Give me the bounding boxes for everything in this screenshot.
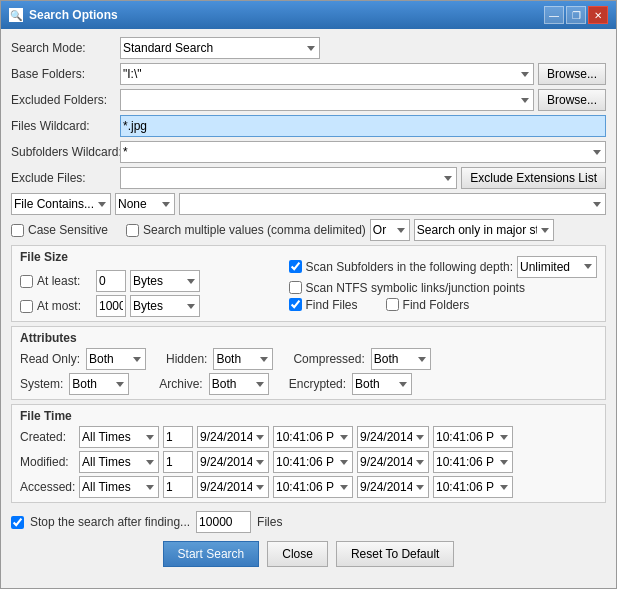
- accessed-time2-select[interactable]: 10:41:06 P: [433, 476, 513, 498]
- hidden-label: Hidden:: [166, 352, 207, 366]
- subfolders-wildcard-select[interactable]: *: [120, 141, 606, 163]
- accessed-row: Accessed: All Times 9/24/2014 10:41:06 P…: [20, 476, 597, 498]
- case-sensitive-label: Case Sensitive: [28, 223, 108, 237]
- attributes-row2: System: Both Archive: Both Encrypted: Bo…: [20, 373, 597, 395]
- find-folders-checkbox[interactable]: [386, 298, 399, 311]
- modified-time1-select[interactable]: 10:41:06 P: [273, 451, 353, 473]
- read-only-select[interactable]: Both: [86, 348, 146, 370]
- created-time1-select[interactable]: 10:41:06 P: [273, 426, 353, 448]
- case-sensitive-checkbox[interactable]: [11, 224, 24, 237]
- exclude-files-select[interactable]: [120, 167, 457, 189]
- search-mode-label: Search Mode:: [11, 41, 116, 55]
- modified-label: Modified:: [20, 455, 75, 469]
- or-select[interactable]: Or: [370, 219, 410, 241]
- scan-subfolders-row: Scan Subfolders in the following depth: …: [289, 256, 597, 278]
- at-most-checkbox[interactable]: [20, 300, 33, 313]
- modified-num[interactable]: [163, 451, 193, 473]
- action-buttons-row: Start Search Close Reset To Default: [11, 541, 606, 567]
- base-folders-browse-button[interactable]: Browse...: [538, 63, 606, 85]
- excluded-folders-browse-button[interactable]: Browse...: [538, 89, 606, 111]
- at-most-unit-select[interactable]: Bytes: [130, 295, 200, 317]
- at-least-input[interactable]: [96, 270, 126, 292]
- major-stream-select[interactable]: Search only in major stre...: [414, 219, 554, 241]
- stop-count-input[interactable]: [196, 511, 251, 533]
- compressed-select[interactable]: Both: [371, 348, 431, 370]
- find-files-label: Find Files: [306, 298, 358, 312]
- search-multiple-checkbox[interactable]: [126, 224, 139, 237]
- encrypted-select[interactable]: Both: [352, 373, 412, 395]
- at-least-unit-select[interactable]: Bytes: [130, 270, 200, 292]
- stop-search-row: Stop the search after finding... Files: [11, 511, 606, 533]
- minimize-button[interactable]: —: [544, 6, 564, 24]
- files-wildcard-select[interactable]: *.jpg: [120, 115, 606, 137]
- file-contains-select[interactable]: File Contains...: [11, 193, 111, 215]
- search-options-window: 🔍 Search Options — ❐ ✕ Search Mode: Stan…: [0, 0, 617, 589]
- compressed-label: Compressed:: [293, 352, 364, 366]
- title-buttons: — ❐ ✕: [544, 6, 608, 24]
- accessed-num[interactable]: [163, 476, 193, 498]
- at-least-checkbox[interactable]: [20, 275, 33, 288]
- file-contains-row: File Contains... None: [11, 193, 606, 215]
- depth-select[interactable]: Unlimited: [517, 256, 597, 278]
- stop-search-label: Stop the search after finding...: [30, 515, 190, 529]
- modified-time2-select[interactable]: 10:41:06 P: [433, 451, 513, 473]
- stop-search-checkbox[interactable]: [11, 516, 24, 529]
- close-window-button[interactable]: ✕: [588, 6, 608, 24]
- at-most-row: At most: Bytes: [20, 295, 277, 317]
- accessed-date2-select[interactable]: 9/24/2014: [357, 476, 429, 498]
- accessed-time1-select[interactable]: 10:41:06 P: [273, 476, 353, 498]
- read-only-label: Read Only:: [20, 352, 80, 366]
- file-size-section: File Size At least: Bytes At most:: [11, 245, 606, 322]
- none-select[interactable]: None: [115, 193, 175, 215]
- at-least-label: At least:: [37, 274, 92, 288]
- archive-label: Archive:: [159, 377, 202, 391]
- exclude-extensions-button[interactable]: Exclude Extensions List: [461, 167, 606, 189]
- files-wildcard-row: Files Wildcard: *.jpg: [11, 115, 606, 137]
- content-area: Search Mode: Standard Search Base Folder…: [1, 29, 616, 588]
- files-wildcard-label: Files Wildcard:: [11, 119, 116, 133]
- at-most-input[interactable]: [96, 295, 126, 317]
- at-most-label: At most:: [37, 299, 92, 313]
- accessed-label: Accessed:: [20, 480, 75, 494]
- at-least-row: At least: Bytes: [20, 270, 277, 292]
- close-button[interactable]: Close: [267, 541, 328, 567]
- base-folders-label: Base Folders:: [11, 67, 116, 81]
- accessed-time-select[interactable]: All Times: [79, 476, 159, 498]
- file-time-section: File Time Created: All Times 9/24/2014 1…: [11, 404, 606, 503]
- attributes-section: Attributes Read Only: Both Hidden: Both …: [11, 326, 606, 400]
- search-mode-select[interactable]: Standard Search: [120, 37, 320, 59]
- hidden-select[interactable]: Both: [213, 348, 273, 370]
- archive-select[interactable]: Both: [209, 373, 269, 395]
- exclude-files-row: Exclude Files: Exclude Extensions List: [11, 167, 606, 189]
- base-folders-select[interactable]: "I:\": [120, 63, 534, 85]
- find-files-folders-row: Find Files Find Folders: [289, 298, 597, 312]
- files-label: Files: [257, 515, 282, 529]
- modified-time-select[interactable]: All Times: [79, 451, 159, 473]
- scan-ntfs-checkbox[interactable]: [289, 281, 302, 294]
- created-date2-select[interactable]: 9/24/2014: [357, 426, 429, 448]
- start-search-button[interactable]: Start Search: [163, 541, 260, 567]
- created-time2-select[interactable]: 10:41:06 P: [433, 426, 513, 448]
- reset-button[interactable]: Reset To Default: [336, 541, 455, 567]
- scan-subfolders-checkbox[interactable]: [289, 260, 302, 273]
- created-row: Created: All Times 9/24/2014 10:41:06 P …: [20, 426, 597, 448]
- accessed-date1-select[interactable]: 9/24/2014: [197, 476, 269, 498]
- file-size-title: File Size: [20, 250, 277, 264]
- created-time-select[interactable]: All Times: [79, 426, 159, 448]
- system-select[interactable]: Both: [69, 373, 129, 395]
- subfolders-wildcard-label: Subfolders Wildcard:: [11, 145, 116, 159]
- modified-date2-select[interactable]: 9/24/2014: [357, 451, 429, 473]
- modified-date1-select[interactable]: 9/24/2014: [197, 451, 269, 473]
- created-num[interactable]: [163, 426, 193, 448]
- created-date1-select[interactable]: 9/24/2014: [197, 426, 269, 448]
- scan-ntfs-label: Scan NTFS symbolic links/junction points: [306, 281, 525, 295]
- encrypted-label: Encrypted:: [289, 377, 346, 391]
- window-icon: 🔍: [9, 8, 23, 22]
- title-bar-left: 🔍 Search Options: [9, 8, 118, 22]
- excluded-folders-select[interactable]: [120, 89, 534, 111]
- excluded-folders-row: Excluded Folders: Browse...: [11, 89, 606, 111]
- restore-button[interactable]: ❐: [566, 6, 586, 24]
- window-title: Search Options: [29, 8, 118, 22]
- contains-value-select[interactable]: [179, 193, 606, 215]
- find-files-checkbox[interactable]: [289, 298, 302, 311]
